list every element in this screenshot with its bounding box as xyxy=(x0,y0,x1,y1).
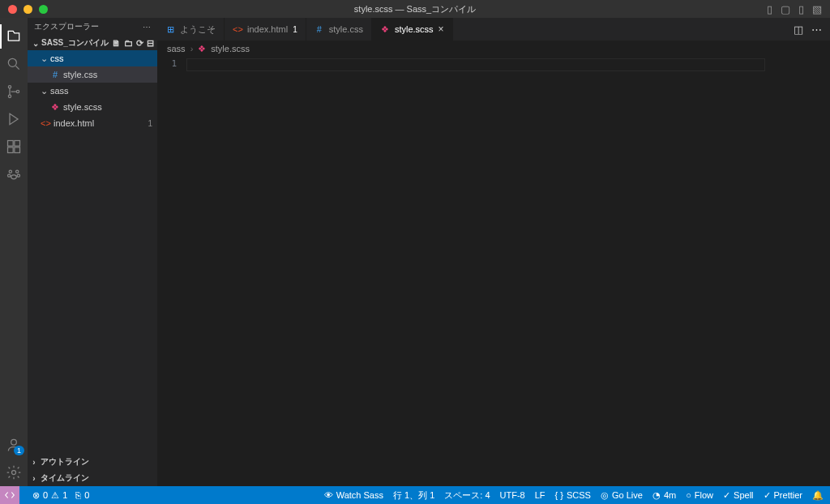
clock-icon: ◔ xyxy=(652,490,661,501)
outline-section[interactable]: › アウトライン xyxy=(28,454,157,470)
breadcrumb[interactable]: sass › ❖ style.scss xyxy=(157,41,830,57)
chevron-down-icon: ⌄ xyxy=(41,53,47,64)
status-problems[interactable]: ⊗0 ⚠1 xyxy=(32,490,67,501)
source-control-icon[interactable] xyxy=(0,78,28,105)
html-file-icon: <> xyxy=(41,118,50,128)
chevron-right-icon: › xyxy=(31,474,37,483)
extensions-icon[interactable] xyxy=(0,133,28,160)
status-indent[interactable]: スペース: 4 xyxy=(444,489,490,502)
status-prettier[interactable]: ✓Prettier xyxy=(764,490,802,501)
status-bell-icon[interactable]: 🔔 xyxy=(812,490,824,501)
time-label: 4m xyxy=(664,490,676,500)
tab-label: ようこそ xyxy=(180,23,216,36)
status-flow[interactable]: ○Flow xyxy=(686,490,713,500)
pets-icon[interactable] xyxy=(0,160,28,188)
titlebar: style.scss — Sass_コンパイル ▯ ▢ ▯ ▧ xyxy=(0,0,830,18)
layout-panel-icon[interactable]: ▢ xyxy=(781,3,790,15)
warning-icon: ⚠ xyxy=(51,490,59,501)
folder-sass[interactable]: ⌄ sass xyxy=(28,83,157,99)
status-spell[interactable]: ✓Spell xyxy=(723,490,753,501)
close-window-icon[interactable] xyxy=(8,5,17,14)
status-go-live[interactable]: ◎Go Live xyxy=(601,490,643,501)
status-lang[interactable]: { }SCSS xyxy=(555,490,591,500)
svg-point-9 xyxy=(16,170,19,173)
breadcrumb-folder[interactable]: sass xyxy=(167,44,186,53)
chevron-right-icon: › xyxy=(31,458,37,467)
line-number: 1 xyxy=(157,57,186,486)
explorer-icon[interactable] xyxy=(0,23,28,50)
account-icon[interactable]: 1 xyxy=(0,431,28,459)
status-ports[interactable]: ⎘0 xyxy=(75,490,89,500)
folder-label: css xyxy=(50,53,64,63)
chevron-right-icon: › xyxy=(190,44,194,53)
file-style-scss[interactable]: ❖ style.scss xyxy=(28,99,157,115)
editor-group: ⊞ ようこそ <> index.html 1 # style.css ❖ sty… xyxy=(157,18,830,486)
tab-label: style.css xyxy=(329,24,363,34)
layout-secondary-icon[interactable]: ▯ xyxy=(798,3,804,15)
breadcrumb-file[interactable]: style.scss xyxy=(211,44,250,53)
folder-css[interactable]: ⌄ css xyxy=(28,50,157,66)
tab-index-html[interactable]: <> index.html 1 xyxy=(225,18,306,41)
svg-point-1 xyxy=(8,86,11,88)
editor-body[interactable]: 1 xyxy=(157,57,830,486)
sidebar-title: エクスプローラー xyxy=(34,21,99,32)
tab-welcome[interactable]: ⊞ ようこそ xyxy=(157,18,225,41)
search-icon[interactable] xyxy=(0,50,28,78)
maximize-window-icon[interactable] xyxy=(39,5,48,14)
flow-label: Flow xyxy=(695,490,713,500)
status-encoding[interactable]: UTF-8 xyxy=(500,490,525,500)
chevron-down-icon[interactable]: ⌄ xyxy=(32,39,39,48)
minimize-window-icon[interactable] xyxy=(24,5,32,14)
refresh-icon[interactable]: ⟳ xyxy=(136,38,143,49)
warning-count: 1 xyxy=(62,490,67,500)
file-badge: 1 xyxy=(148,119,152,128)
tab-label: style.scss xyxy=(395,24,434,34)
status-eol[interactable]: LF xyxy=(535,490,545,500)
svg-rect-5 xyxy=(15,141,20,147)
settings-gear-icon[interactable] xyxy=(0,459,28,486)
brackets-icon: { } xyxy=(555,490,563,500)
outline-label: アウトライン xyxy=(41,456,89,468)
timeline-section[interactable]: › タイムライン xyxy=(28,470,157,486)
new-file-icon[interactable]: 🗎 xyxy=(112,38,121,49)
tab-label: index.html xyxy=(247,24,288,34)
layout-primary-icon[interactable]: ▯ xyxy=(767,3,772,15)
tab-badge: 1 xyxy=(293,25,297,34)
close-icon[interactable]: × xyxy=(439,23,444,35)
status-cursor[interactable]: 行 1、列 1 xyxy=(393,489,434,502)
tab-style-css[interactable]: # style.css xyxy=(306,18,372,41)
project-name: SASS_コンパイル xyxy=(41,37,109,49)
port-count: 0 xyxy=(84,490,89,500)
split-editor-icon[interactable]: ◫ xyxy=(794,23,803,36)
scss-file-icon: ❖ xyxy=(198,44,206,54)
activity-bar: 1 xyxy=(0,18,28,486)
svg-point-8 xyxy=(9,170,11,173)
error-count: 0 xyxy=(43,490,48,500)
eye-icon: 👁 xyxy=(324,490,333,500)
file-label: index.html xyxy=(53,118,94,128)
layout-customize-icon[interactable]: ▧ xyxy=(812,3,822,15)
collapse-all-icon[interactable]: ⊟ xyxy=(147,38,154,49)
sidebar: エクスプローラー ⋯ ⌄ SASS_コンパイル 🗎 🗀 ⟳ ⊟ ⌄ css xyxy=(28,18,157,486)
scss-file-icon: ❖ xyxy=(380,24,390,35)
status-watch-sass[interactable]: 👁Watch Sass xyxy=(324,490,383,500)
error-icon: ⊗ xyxy=(32,490,40,501)
sidebar-more-icon[interactable]: ⋯ xyxy=(143,23,151,32)
port-icon: ⎘ xyxy=(75,490,81,500)
svg-rect-4 xyxy=(8,141,14,147)
html-file-icon: <> xyxy=(233,24,242,34)
tab-style-scss[interactable]: ❖ style.scss × xyxy=(372,18,453,41)
new-folder-icon[interactable]: 🗀 xyxy=(124,38,133,49)
lang-label: SCSS xyxy=(567,490,591,500)
status-time[interactable]: ◔4m xyxy=(652,490,676,501)
debug-icon[interactable] xyxy=(0,105,28,133)
window-title: style.scss — Sass_コンパイル xyxy=(354,3,476,15)
folder-label: sass xyxy=(50,86,69,96)
file-index-html[interactable]: <> index.html 1 xyxy=(28,115,157,131)
editor-tabs: ⊞ ようこそ <> index.html 1 # style.css ❖ sty… xyxy=(157,18,830,41)
current-line xyxy=(186,58,765,71)
tab-more-icon[interactable]: ⋯ xyxy=(811,23,822,36)
file-style-css[interactable]: # style.css xyxy=(28,66,157,83)
watch-label: Watch Sass xyxy=(336,490,383,500)
remote-indicator[interactable] xyxy=(0,486,19,504)
